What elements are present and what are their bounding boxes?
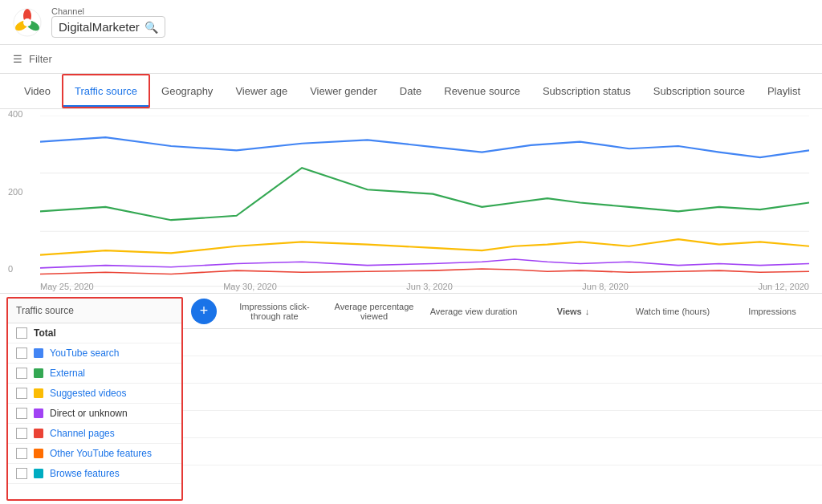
x-label-0: May 25, 2020	[40, 282, 94, 291]
tab-viewer-gender[interactable]: Viewer gender	[299, 74, 389, 108]
color-dot-youtube-search	[34, 348, 43, 358]
add-column-button[interactable]: +	[191, 299, 217, 324]
item-label-other-features: Other YouTube features	[50, 448, 152, 459]
channel-label: Channel	[51, 6, 165, 16]
table-row	[183, 438, 822, 465]
col-header-impressions-ctr[interactable]: Impressions click-through rate	[225, 299, 324, 324]
checkbox-direct[interactable]	[16, 408, 27, 419]
tabs-bar: Video Traffic source Geography Viewer ag…	[0, 74, 822, 109]
filter-icon: ☰	[13, 53, 22, 65]
checkbox-total[interactable]	[16, 327, 27, 339]
chart-svg	[40, 116, 809, 290]
table-row	[183, 329, 822, 356]
y-label-400: 400	[8, 109, 22, 119]
list-item[interactable]: Direct or unknown	[8, 404, 181, 424]
color-dot-direct	[34, 408, 43, 418]
search-icon[interactable]: 🔍	[144, 21, 158, 34]
left-panel: Traffic source Total YouTube search Exte…	[6, 297, 183, 501]
tab-playlist[interactable]: Playlist	[756, 74, 812, 108]
youtube-studio-logo	[13, 8, 42, 37]
svg-point-4	[23, 18, 31, 26]
y-label-0: 0	[8, 264, 22, 274]
x-label-2: Jun 3, 2020	[406, 282, 453, 291]
tab-geography[interactable]: Geography	[150, 74, 224, 108]
right-columns: + Impressions click-through rate Average…	[183, 294, 822, 504]
table-row	[183, 384, 822, 411]
left-panel-header: Traffic source	[8, 299, 181, 323]
sort-desc-icon: ↓	[585, 307, 590, 316]
data-rows	[183, 329, 822, 504]
list-item[interactable]: Other YouTube features	[8, 444, 181, 464]
col-header-impressions[interactable]: Impressions	[722, 303, 822, 319]
filter-bar: ☰ Filter	[0, 45, 822, 74]
checkbox-youtube-search[interactable]	[16, 348, 27, 359]
color-dot-channel-pages	[34, 429, 43, 438]
checkbox-external[interactable]	[16, 368, 27, 379]
table-row	[183, 411, 822, 438]
y-axis-labels: 400 200 0	[8, 109, 22, 274]
item-label-suggested-videos: Suggested videos	[50, 388, 126, 399]
checkbox-suggested-videos[interactable]	[16, 388, 27, 399]
tab-video[interactable]: Video	[13, 74, 62, 108]
channel-name: DigitalMarketer	[59, 20, 140, 34]
color-dot-suggested-videos	[34, 388, 43, 398]
checkbox-browse-features[interactable]	[16, 468, 27, 479]
table-row	[183, 356, 822, 384]
list-item[interactable]: External	[8, 364, 181, 384]
y-label-200: 200	[8, 187, 22, 197]
tab-subscription-source[interactable]: Subscription source	[642, 74, 756, 108]
col-header-avg-duration[interactable]: Average view duration	[424, 303, 523, 319]
filter-label: Filter	[29, 53, 52, 65]
tab-more[interactable]: More ▼	[812, 74, 822, 108]
list-item[interactable]: Suggested videos	[8, 384, 181, 404]
col-header-views[interactable]: Views ↓	[523, 303, 623, 319]
color-dot-browse-features	[34, 469, 43, 478]
tab-viewer-age[interactable]: Viewer age	[224, 74, 299, 108]
item-label-total: Total	[34, 327, 56, 339]
list-item[interactable]: YouTube search	[8, 343, 181, 364]
col-header-avg-pct[interactable]: Average percentage viewed	[324, 299, 424, 324]
channel-search-wrapper: DigitalMarketer 🔍	[51, 16, 165, 38]
x-axis-labels: May 25, 2020 May 30, 2020 Jun 3, 2020 Ju…	[40, 282, 809, 291]
table-area: Traffic source Total YouTube search Exte…	[0, 294, 822, 504]
checkbox-channel-pages[interactable]	[16, 428, 27, 439]
list-item[interactable]: Browse features	[8, 464, 181, 484]
tab-date[interactable]: Date	[389, 74, 433, 108]
chart-area: 400 200 0 May 25, 2020 May 30, 2020 Jun …	[0, 109, 822, 294]
header: Channel DigitalMarketer 🔍	[0, 0, 822, 45]
item-label-direct: Direct or unknown	[50, 408, 128, 419]
checkbox-other-features[interactable]	[16, 448, 27, 459]
color-dot-other-features	[34, 449, 43, 458]
tab-subscription-status[interactable]: Subscription status	[531, 74, 642, 108]
x-label-4: Jun 12, 2020	[758, 282, 809, 291]
color-dot-external	[34, 368, 43, 378]
list-item[interactable]: Channel pages	[8, 424, 181, 444]
col-header-watch-time[interactable]: Watch time (hours)	[623, 303, 722, 319]
column-headers: + Impressions click-through rate Average…	[183, 294, 822, 329]
tab-revenue-source[interactable]: Revenue source	[433, 74, 531, 108]
tab-traffic-source[interactable]: Traffic source	[62, 74, 150, 108]
item-label-channel-pages: Channel pages	[50, 428, 115, 439]
list-item[interactable]: Total	[8, 323, 181, 343]
item-label-youtube-search: YouTube search	[50, 348, 120, 359]
item-label-external: External	[50, 368, 85, 379]
x-label-1: May 30, 2020	[223, 282, 277, 291]
x-label-3: Jun 8, 2020	[582, 282, 629, 291]
item-label-browse-features: Browse features	[50, 468, 120, 479]
